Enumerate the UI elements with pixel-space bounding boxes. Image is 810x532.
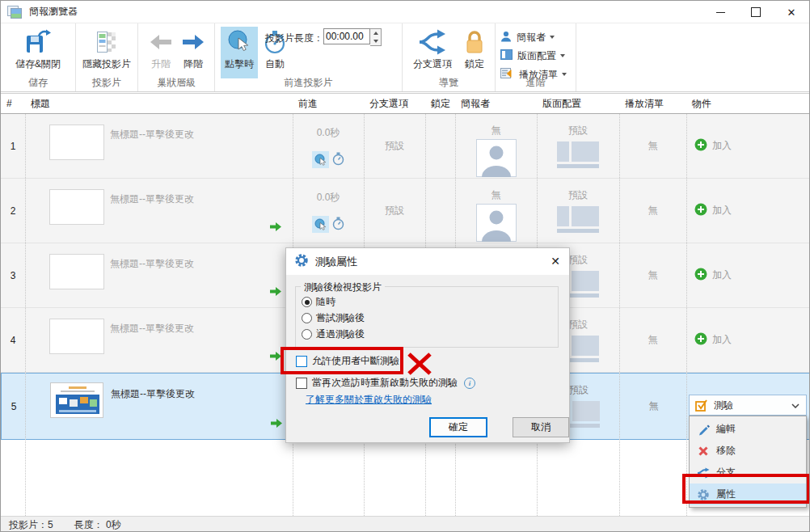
quiz-properties-dialog: 測驗屬性 ✕ 測驗後檢視投影片 隨時 嘗試測驗後 通過測驗後 允許使用者中斷測驗 [285,247,570,443]
toolbar-group-navigation: 分支選項 鎖定 導覽 [403,23,496,91]
branch-options-button[interactable]: 分支選項 [409,27,456,78]
learn-more-link[interactable]: 了解更多關於重啟失敗的測驗 [306,393,432,407]
header-playlist: 播放清單 [619,94,686,113]
cancel-button[interactable]: 取消 [513,417,569,437]
advance-timer-icon[interactable] [332,152,344,168]
objects-cell: 加入 [686,308,810,372]
lock-cell[interactable] [425,179,455,243]
slide-duration-control: 投影片長度： [265,28,382,46]
layout-cell[interactable]: 預設 [537,114,619,178]
advance-timer-icon[interactable] [332,217,344,233]
spinner-up-icon[interactable] [370,29,381,37]
restart-failed-checkbox[interactable]: 當再次造訪時重新啟動失敗的測驗 i [296,376,475,390]
layout-menu-button[interactable]: 版面配置 [500,48,565,64]
slide-title[interactable]: 無標題--單擊後更改 [110,192,194,206]
chevron-down-icon [791,399,799,411]
checkbox-icon[interactable] [296,356,307,367]
presenter-silhouette [476,139,517,179]
chevron-down-icon [550,36,555,39]
info-icon[interactable]: i [464,378,475,389]
add-object-button[interactable]: 加入 [694,179,732,243]
branch-cell[interactable]: 預設 [364,114,425,178]
titlebar: 簡報瀏覽器 ✕ [1,1,809,23]
playlist-cell[interactable]: 無 [619,114,686,178]
playlist-cell[interactable]: 無 [619,308,686,372]
group-label-advanced: 進階 [496,76,576,90]
slide-thumbnail[interactable] [49,319,104,354]
demote-button[interactable]: 降階 [179,27,208,78]
branch-cell[interactable]: 預設 [364,179,425,243]
group-label-save: 儲存 [1,76,75,90]
radio-icon[interactable] [302,313,312,323]
layout-cell[interactable]: 預設 [537,179,619,243]
slide-thumbnail[interactable] [49,189,104,225]
presenter-menu-button[interactable]: 簡報者 [500,29,555,45]
header-title: 標題 [25,94,293,113]
slide-row-1[interactable]: 1 無標題--單擊後更改 0.0秒 預設 無 預設 [1,114,810,179]
demote-right-arrow-icon [182,27,205,57]
slide-title[interactable]: 無標題--單擊後更改 [110,322,194,336]
add-plus-icon [694,138,707,154]
radio-anytime[interactable]: 隨時 [302,295,335,309]
slide-row-2[interactable]: 2 無標題--單擊後更改 0.0秒 預設 無 [1,179,810,243]
group-label-navigation: 導覽 [403,76,495,90]
slide-thumbnail[interactable] [49,125,104,160]
spinner-down-icon[interactable] [370,37,381,45]
slide-duration-spinner[interactable] [370,28,382,46]
slide-title[interactable]: 無標題--單擊後更改 [111,387,195,401]
title-cell: 無標題--單擊後更改 [25,179,293,243]
gear-icon [696,488,711,501]
radio-after-pass[interactable]: 通過測驗後 [302,327,365,341]
add-object-button[interactable]: 加入 [694,308,732,372]
quiz-slide-thumbnail[interactable] [50,382,103,418]
presenter-cell[interactable]: 無 [455,114,537,178]
toolbar-group-save: 儲存&關閉 儲存 [1,23,76,91]
advance-click-icon[interactable] [312,216,329,233]
row-number: 1 [1,114,25,178]
dialog-close-icon[interactable]: ✕ [551,255,560,268]
slide-title[interactable]: 無標題--單擊後更改 [110,128,194,141]
advance-on-click-button[interactable]: 點擊時 [221,27,258,78]
advance-arrow-icon [269,350,282,365]
lock-button[interactable]: 鎖定 [461,27,488,78]
pencil-icon [696,423,711,436]
presenter-silhouette [476,204,517,244]
status-length: 長度： 0秒 [74,518,121,532]
slide-duration-input[interactable] [323,28,370,44]
save-close-button[interactable]: 儲存&關閉 [6,27,70,78]
radio-icon[interactable] [302,297,312,307]
allow-interrupt-checkbox[interactable]: 允許使用者中斷測驗 [296,354,399,368]
group-label-advance: 前進投影片 [215,76,402,90]
promote-button[interactable]: 升階 [146,27,175,78]
advance-click-icon[interactable] [312,151,329,168]
maximize-button[interactable] [738,1,774,23]
minimize-button[interactable] [702,1,738,23]
header-number: # [1,94,25,113]
radio-after-attempt[interactable]: 嘗試測驗後 [302,311,365,325]
slide-title[interactable]: 無標題--單擊後更改 [110,257,194,271]
lock-cell[interactable] [425,114,455,178]
close-button[interactable]: ✕ [774,1,809,23]
branch-icon [696,467,711,479]
advance-arrow-icon [270,417,283,432]
menu-item-remove[interactable]: 移除 [690,440,806,462]
row-number: 3 [1,243,25,307]
slide-thumbnail[interactable] [49,254,104,289]
menu-item-properties[interactable]: 屬性 [690,483,806,505]
add-object-button[interactable]: 加入 [694,243,732,307]
playlist-cell[interactable]: 無 [620,374,687,439]
presentation-browser-window: 簡報瀏覽器 ✕ 儲存&關閉 儲存 [0,0,810,532]
presenter-cell[interactable]: 無 [455,179,537,243]
ok-button[interactable]: 確定 [429,417,487,437]
title-cell: 無標題--單擊後更改 [25,114,293,178]
add-object-button[interactable]: 加入 [694,114,732,178]
quiz-object-dropdown[interactable]: 測驗 [689,395,807,416]
hide-slide-button[interactable]: 隱藏投影片 [78,27,135,78]
playlist-cell[interactable]: 無 [619,243,686,307]
menu-item-edit[interactable]: 編輯 [690,418,806,440]
hide-slide-icon [95,27,118,57]
checkbox-icon[interactable] [296,378,307,389]
radio-icon[interactable] [302,329,312,340]
playlist-cell[interactable]: 無 [619,179,686,243]
menu-item-branch[interactable]: 分支... [690,462,806,483]
